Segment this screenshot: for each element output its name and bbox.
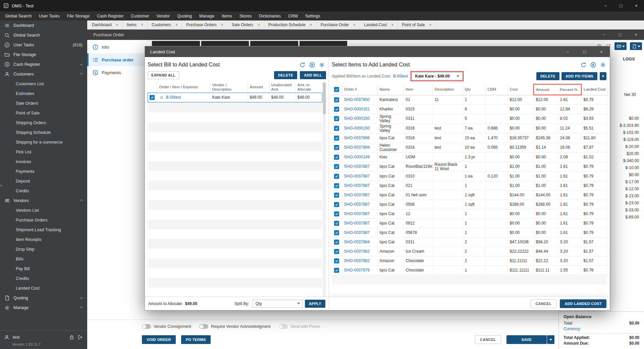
- dialog-maximize-icon[interactable]: □: [576, 46, 593, 57]
- checkbox-checked[interactable]: [334, 145, 339, 150]
- tab-customers[interactable]: Customers×: [148, 20, 182, 29]
- checkbox-checked[interactable]: [334, 258, 339, 263]
- order-number-link[interactable]: SHO-0000150: [342, 114, 377, 123]
- sidebar-subitem-sale-orders[interactable]: Sale Orders: [0, 98, 87, 108]
- sidebar-item-file-storage[interactable]: File Storage: [0, 50, 87, 59]
- tab-items[interactable]: Items×: [123, 20, 148, 29]
- sidebar-subitem-credits[interactable]: Credits: [0, 186, 87, 196]
- tab-close-icon[interactable]: ×: [141, 22, 143, 27]
- maximize-icon[interactable]: □: [613, 0, 629, 11]
- menu-item-cash-register[interactable]: Cash Register: [93, 14, 127, 18]
- order-number-link[interactable]: SHO-0037887: [342, 181, 377, 190]
- add-landed-cost-button[interactable]: ADD LANDED COST: [560, 299, 606, 308]
- column-cost[interactable]: Cost: [507, 84, 534, 95]
- tab-close-icon[interactable]: ×: [391, 22, 393, 27]
- lock-icon[interactable]: [69, 335, 74, 340]
- checkbox-checked[interactable]: [150, 95, 155, 100]
- sidebar-subitem-shipment-load-tracking[interactable]: Shipment Load Tracking: [0, 225, 87, 235]
- menu-item-crm[interactable]: CRM: [284, 14, 301, 18]
- column-description[interactable]: Description: [432, 84, 463, 95]
- tab-close-icon[interactable]: ×: [429, 22, 432, 27]
- dialog-close-icon[interactable]: ×: [593, 46, 610, 57]
- cancel-button[interactable]: CANCEL: [531, 299, 557, 308]
- column-cbm[interactable]: CBM: [485, 84, 507, 95]
- sidebar-item-user-tasks[interactable]: User Tasks(818): [0, 40, 87, 50]
- checkbox-checked[interactable]: [334, 249, 339, 254]
- po-nav-purchase-order[interactable]: Purchase order: [87, 53, 145, 66]
- checkbox-checked[interactable]: [334, 136, 339, 141]
- column-percent-highlighted[interactable]: Percent %: [558, 84, 581, 95]
- checkbox-checked[interactable]: [334, 97, 339, 102]
- tab-purchase-orders[interactable]: Purchase Orders×: [182, 20, 228, 29]
- column-qty[interactable]: Qty: [463, 84, 485, 95]
- dismiss-circle-icon[interactable]: [590, 62, 596, 68]
- column-order[interactable]: Order #: [342, 84, 377, 95]
- toggle-send-with-prices[interactable]: Send with Prices: [279, 324, 320, 329]
- menu-item-user-tasks[interactable]: User Tasks: [35, 14, 63, 18]
- save-button[interactable]: SAVE: [506, 335, 547, 344]
- tab-point-of-sale[interactable]: Point of Sale×: [398, 20, 436, 29]
- currency-link[interactable]: Currency:: [564, 326, 639, 332]
- sidebar-subitem-shipping-orders[interactable]: Shipping Orders: [0, 118, 87, 128]
- tab-close-icon[interactable]: ×: [221, 22, 223, 27]
- applied-bill-link[interactable]: B-00test: [393, 74, 408, 79]
- checkbox-checked[interactable]: [334, 174, 339, 179]
- bill-order-link[interactable]: B-00test: [166, 95, 181, 100]
- checkbox-checked[interactable]: [334, 155, 339, 160]
- sidebar-item-vendors[interactable]: Vendors: [0, 196, 87, 205]
- sidebar-item-quoting[interactable]: Quoting: [0, 293, 87, 303]
- tab-dashboard[interactable]: Dashboard×: [88, 20, 123, 29]
- menu-item-settings[interactable]: Settings: [302, 14, 324, 18]
- email-button[interactable]: [614, 42, 627, 50]
- checkbox-checked[interactable]: [334, 164, 339, 169]
- checkbox-checked[interactable]: [334, 268, 339, 273]
- sidebar-subitem-pay-bill[interactable]: Pay Bill: [0, 264, 87, 273]
- export-button[interactable]: [630, 42, 642, 50]
- sidebar-subitem-credits[interactable]: Credits: [0, 273, 87, 283]
- checkbox-checked[interactable]: [334, 193, 339, 198]
- tab-purchase-order[interactable]: Purchase Order×: [317, 20, 360, 29]
- void-order-button[interactable]: VOID ORDER: [142, 335, 176, 344]
- tab-close-icon[interactable]: ×: [310, 22, 312, 27]
- tab-production-schedule[interactable]: Production Schedule×: [264, 20, 317, 29]
- refresh-icon[interactable]: [581, 62, 586, 68]
- column-item[interactable]: Item: [404, 84, 432, 95]
- toggle-require-vendor-acknowledgment[interactable]: Require Vendor Acknowledgment: [199, 324, 270, 329]
- menu-item-stores[interactable]: Stores: [236, 14, 255, 18]
- sidebar-subitem-pick-list[interactable]: Pick List: [0, 147, 87, 157]
- add-po-items-button[interactable]: ADD PO ITEMS: [561, 72, 597, 80]
- sidebar-item-global-search[interactable]: Global Search: [0, 30, 87, 40]
- tab-close-icon[interactable]: ×: [175, 22, 178, 27]
- column-landed-cost[interactable]: Landed Cost: [581, 84, 608, 95]
- order-number-link[interactable]: SHO-0037887: [342, 200, 377, 209]
- order-number-link[interactable]: SHO-0000150: [342, 123, 377, 133]
- column-amount[interactable]: Amount: [248, 82, 269, 93]
- po-close-icon[interactable]: ×: [628, 30, 644, 40]
- dismiss-circle-icon[interactable]: [309, 62, 315, 68]
- sidebar-subitem-vendors-list[interactable]: Vendors List: [0, 205, 87, 215]
- po-maximize-icon[interactable]: □: [612, 30, 628, 40]
- delete-bill-button[interactable]: DELETE: [274, 71, 297, 79]
- checkbox-checked[interactable]: [334, 240, 339, 245]
- column-order-item-expense[interactable]: Order / Item / Expense: [157, 82, 210, 93]
- menu-item-quoting[interactable]: Quoting: [173, 14, 196, 18]
- minimize-icon[interactable]: −: [598, 0, 613, 11]
- column-unallocated-amt[interactable]: Unallocated Amt.: [269, 82, 295, 93]
- sidebar-item-customers[interactable]: Customers: [0, 69, 87, 79]
- order-number-link[interactable]: SHO-0037882: [342, 256, 377, 265]
- sidebar-subitem-purchase-orders[interactable]: Purchase Orders: [0, 215, 87, 225]
- split-by-select[interactable]: Qty: [253, 300, 303, 308]
- scrollbar-thumb[interactable]: [323, 83, 326, 114]
- checkbox-checked[interactable]: [334, 221, 339, 226]
- po-terms-button[interactable]: PO TERMS: [181, 335, 211, 344]
- tab-close-icon[interactable]: ×: [258, 22, 260, 27]
- menu-item-items[interactable]: Items: [218, 14, 236, 18]
- checkbox-checked[interactable]: [334, 116, 339, 121]
- grip-icon[interactable]: [159, 95, 164, 100]
- expand-all-button[interactable]: EXPAND ALL: [148, 71, 179, 79]
- po-cancel-button[interactable]: CANCEL: [475, 335, 501, 344]
- tab-sale-orders[interactable]: Sale Orders×: [228, 20, 264, 29]
- po-nav-payments[interactable]: $Payments: [87, 66, 145, 79]
- tab-close-icon[interactable]: ×: [116, 22, 118, 27]
- column-amt-to-allocate[interactable]: Amt. to Allocate: [295, 82, 322, 93]
